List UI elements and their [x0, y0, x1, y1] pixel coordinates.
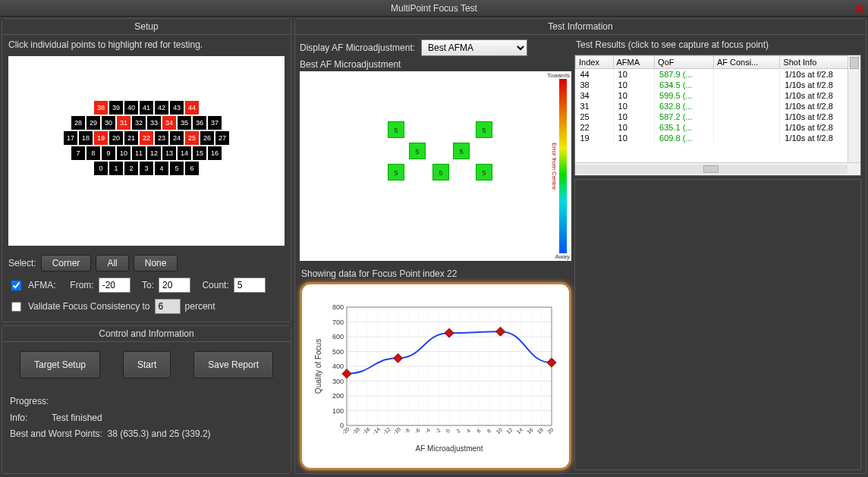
close-icon[interactable]: ✕ — [854, 1, 865, 17]
focus-point-21[interactable]: 21 — [124, 131, 138, 145]
col-header[interactable]: AF Consi... — [713, 56, 779, 69]
focus-point-42[interactable]: 42 — [155, 101, 168, 115]
svg-text:2: 2 — [455, 428, 461, 434]
focus-point-4[interactable]: 4 — [155, 162, 168, 175]
svg-text:200: 200 — [332, 392, 344, 400]
svg-text:AF Microadjustment: AF Microadjustment — [416, 444, 483, 453]
focus-point-grid: 3839404142434428293031323334353637171819… — [8, 56, 285, 246]
focus-point-29[interactable]: 29 — [86, 116, 100, 130]
af-point: 5 — [432, 164, 449, 180]
af-point: 5 — [476, 164, 492, 180]
afma-checkbox[interactable] — [11, 281, 21, 290]
focus-point-10[interactable]: 10 — [117, 146, 131, 160]
table-row[interactable]: 4410587.9 (...1/10s at f/2.8 — [576, 69, 860, 80]
info-label: Info: — [10, 410, 52, 427]
focus-point-8[interactable]: 8 — [86, 146, 100, 160]
focus-point-14[interactable]: 14 — [178, 146, 191, 160]
focus-point-36[interactable]: 36 — [193, 116, 206, 130]
validate-checkbox[interactable] — [11, 302, 21, 312]
count-input[interactable] — [234, 278, 266, 293]
focus-point-26[interactable]: 26 — [200, 131, 214, 145]
horizontal-scrollbar[interactable] — [575, 162, 860, 175]
focus-point-15[interactable]: 15 — [193, 146, 206, 160]
svg-text:-18: -18 — [351, 426, 360, 435]
focus-point-37[interactable]: 37 — [208, 116, 222, 130]
focus-point-38[interactable]: 38 — [94, 101, 108, 115]
focus-point-43[interactable]: 43 — [170, 101, 184, 115]
focus-point-13[interactable]: 13 — [162, 146, 176, 160]
focus-point-41[interactable]: 41 — [140, 101, 153, 115]
focus-point-33[interactable]: 33 — [147, 116, 161, 130]
svg-text:-8: -8 — [404, 427, 410, 434]
focus-point-20[interactable]: 20 — [109, 131, 123, 145]
svg-text:0: 0 — [340, 422, 344, 429]
focus-point-44[interactable]: 44 — [185, 101, 199, 115]
svg-text:6: 6 — [476, 428, 482, 434]
none-button[interactable]: None — [134, 255, 178, 271]
focus-point-27[interactable]: 27 — [215, 131, 229, 145]
focus-point-24[interactable]: 24 — [170, 131, 184, 145]
svg-text:12: 12 — [505, 427, 514, 435]
focus-point-7[interactable]: 7 — [71, 146, 85, 160]
all-button[interactable]: All — [96, 255, 128, 271]
focus-point-0[interactable]: 0 — [94, 162, 108, 175]
to-label: To: — [142, 280, 154, 290]
svg-text:100: 100 — [332, 407, 344, 415]
focus-point-22[interactable]: 22 — [140, 131, 153, 145]
progress-label: Progress: — [10, 396, 49, 406]
col-header[interactable]: QoF — [655, 56, 714, 69]
from-input[interactable] — [99, 278, 131, 293]
focus-point-28[interactable]: 28 — [71, 116, 85, 130]
svg-text:18: 18 — [536, 427, 545, 435]
target-setup-button[interactable]: Target Setup — [20, 351, 100, 378]
focus-point-40[interactable]: 40 — [124, 101, 138, 115]
col-header[interactable]: AFMA — [613, 56, 655, 69]
focus-point-32[interactable]: 32 — [132, 116, 146, 130]
setup-header: Setup — [2, 19, 291, 35]
results-table[interactable]: IndexAFMAQoFAF Consi...Shot Info 4410587… — [575, 55, 860, 143]
focus-point-12[interactable]: 12 — [147, 146, 161, 160]
focus-point-19[interactable]: 19 — [94, 131, 108, 145]
focus-point-39[interactable]: 39 — [109, 101, 123, 115]
svg-text:-4: -4 — [424, 427, 431, 434]
focus-point-31[interactable]: 31 — [117, 116, 131, 130]
focus-point-1[interactable]: 1 — [109, 162, 123, 175]
af-point: 5 — [409, 143, 426, 159]
focus-point-35[interactable]: 35 — [178, 116, 191, 130]
focus-point-34[interactable]: 34 — [162, 116, 176, 130]
focus-point-2[interactable]: 2 — [124, 162, 138, 175]
focus-point-6[interactable]: 6 — [185, 162, 199, 175]
focus-point-18[interactable]: 18 — [79, 131, 93, 145]
focus-point-25[interactable]: 25 — [185, 131, 199, 145]
focus-point-11[interactable]: 11 — [132, 146, 146, 160]
focus-point-3[interactable]: 3 — [140, 162, 153, 175]
corner-button[interactable]: Corner — [41, 255, 92, 271]
focus-point-17[interactable]: 17 — [64, 131, 77, 145]
focus-point-5[interactable]: 5 — [170, 162, 184, 175]
focus-point-16[interactable]: 16 — [208, 146, 222, 160]
table-row[interactable]: 3810634.5 (...1/10s at f/2.8 — [576, 80, 860, 90]
table-row[interactable]: 2210635.1 (...1/10s at f/2.8 — [576, 122, 860, 133]
start-button[interactable]: Start — [123, 351, 171, 378]
table-row[interactable]: 2510587.2 (...1/10s at f/2.8 — [576, 111, 860, 122]
af-point: 5 — [388, 164, 404, 180]
window-title: MultiPoint Focus Test — [391, 3, 477, 14]
to-input[interactable] — [159, 278, 190, 293]
focus-point-30[interactable]: 30 — [102, 116, 115, 130]
save-report-button[interactable]: Save Report — [193, 351, 273, 378]
display-af-select[interactable]: Best AFMA — [421, 39, 527, 56]
col-header[interactable]: Index — [576, 56, 614, 69]
svg-text:400: 400 — [332, 362, 344, 370]
best-af-label: Best AF Microadjustment — [300, 58, 571, 71]
gradient-top-label: Towards — [547, 72, 570, 79]
table-row[interactable]: 3110632.8 (...1/10s at f/2.8 — [576, 101, 860, 111]
focus-point-23[interactable]: 23 — [155, 131, 168, 145]
testinfo-panel: Test Information Display AF Microadjustm… — [294, 18, 866, 474]
af-point: 5 — [476, 121, 492, 138]
afma-label: AFMA: — [28, 280, 56, 290]
table-row[interactable]: 1910609.8 (...1/10s at f/2.8 — [576, 133, 860, 143]
focus-point-9[interactable]: 9 — [102, 146, 115, 160]
vertical-scrollbar[interactable] — [848, 55, 860, 162]
display-af-label: Display AF Microadjustment: — [300, 42, 415, 53]
table-row[interactable]: 3410599.5 (...1/10s at f/2.8 — [576, 90, 860, 101]
